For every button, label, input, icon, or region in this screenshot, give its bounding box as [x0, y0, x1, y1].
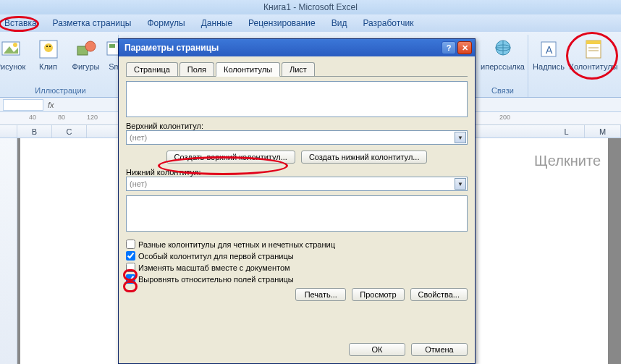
name-box[interactable] — [3, 99, 43, 111]
properties-button[interactable]: Свойства... — [410, 288, 468, 301]
hyperlink-icon — [491, 38, 515, 61]
ribbon-textbox[interactable]: A Надпись — [531, 35, 566, 71]
dialog-titlebar[interactable]: Параметры страницы ? ✕ — [119, 39, 475, 56]
chevron-down-icon[interactable]: ▼ — [455, 178, 466, 190]
tab-formulas[interactable]: Формулы — [147, 18, 185, 28]
checkbox-odd-even[interactable] — [126, 240, 135, 249]
opt-first-label: Особый колонтитул для первой страницы — [138, 252, 294, 261]
svg-point-4 — [44, 43, 53, 52]
ribbon-shapes-label: Фигуры — [72, 62, 100, 71]
header-preview — [126, 81, 468, 117]
tab-view[interactable]: Вид — [331, 18, 347, 28]
svg-rect-17 — [586, 41, 601, 44]
opt-odd-even-label: Разные колонтитулы для четных и нечетных… — [138, 240, 335, 249]
header-hint: Щелкните — [534, 153, 601, 169]
row-headers[interactable] — [0, 138, 17, 364]
col-c[interactable]: C — [52, 125, 87, 137]
ribbon-shapes[interactable]: Фигуры — [69, 35, 104, 71]
ruler-mark: 120 — [87, 114, 98, 121]
dlgtab-headerfooter[interactable]: Колонтитулы — [216, 62, 280, 77]
svg-point-5 — [46, 46, 48, 47]
checkbox-scale[interactable] — [126, 263, 135, 272]
tab-insert[interactable]: Вставка — [4, 18, 37, 28]
svg-text:A: A — [546, 44, 553, 56]
footer-label: Нижний колонтитул: — [126, 168, 468, 177]
footer-combo[interactable]: (нет) ▼ — [126, 177, 468, 191]
chevron-down-icon[interactable]: ▼ — [455, 132, 466, 143]
opt-odd-even[interactable]: Разные колонтитулы для четных и нечетных… — [126, 240, 468, 249]
ruler-mark: 40 — [29, 114, 36, 121]
header-label: Верхний колонтитул: — [126, 122, 468, 130]
header-footer-icon — [582, 38, 605, 61]
svg-point-8 — [85, 41, 96, 51]
create-footer-button[interactable]: Создать нижний колонтитул... — [301, 151, 428, 164]
group-links-label: Связи — [491, 86, 514, 97]
header-combo[interactable]: (нет) ▼ — [126, 130, 468, 145]
select-all[interactable] — [0, 125, 17, 137]
opt-align-label: Выровнять относительно полей страницы — [138, 275, 294, 284]
dlgtab-page[interactable]: Страница — [126, 62, 178, 76]
ribbon-hf-label: Колонтитулы — [570, 62, 618, 71]
fx-icon[interactable]: fx — [48, 101, 54, 109]
help-button[interactable]: ? — [442, 41, 456, 54]
ribbon-hyperlink-label: иперссылка — [481, 62, 525, 71]
col-m[interactable]: M — [585, 125, 621, 137]
svg-rect-10 — [109, 44, 115, 48]
header-combo-value: (нет) — [130, 133, 147, 142]
ribbon-textbox-label: Надпись — [533, 62, 565, 71]
dlgtab-margins[interactable]: Поля — [179, 62, 214, 76]
col-l[interactable]: L — [549, 125, 585, 137]
tab-review[interactable]: Рецензирование — [248, 18, 316, 28]
print-button[interactable]: Печать... — [295, 288, 346, 301]
ribbon-hyperlink[interactable]: иперссылка — [479, 35, 527, 71]
textbox-icon: A — [537, 38, 560, 61]
tab-developer[interactable]: Разработчик — [363, 18, 413, 28]
ribbon-picture-label: Рисунок — [0, 62, 25, 71]
ribbon-clip-label: Клип — [39, 62, 57, 71]
ribbon-picture[interactable]: Рисунок — [0, 35, 28, 71]
dialog-tabs: Страница Поля Колонтитулы Лист — [126, 61, 468, 77]
preview-button[interactable]: Просмотр — [352, 288, 404, 301]
close-button[interactable]: ✕ — [457, 41, 472, 54]
opt-first-page[interactable]: Особый колонтитул для первой страницы — [126, 251, 468, 261]
svg-point-2 — [13, 43, 17, 47]
tab-data[interactable]: Данные — [201, 18, 232, 28]
ruler-mark: 200 — [499, 114, 510, 121]
opt-scale-label: Изменять масштаб вместе с документом — [138, 263, 290, 272]
svg-point-6 — [49, 46, 51, 47]
picture-icon — [0, 38, 22, 61]
ruler-mark: 80 — [58, 114, 65, 121]
create-header-button[interactable]: Создать верхний колонтитул... — [166, 151, 295, 164]
tab-page-layout[interactable]: Разметка страницы — [53, 18, 132, 28]
dialog-title: Параметры страницы — [124, 43, 219, 53]
app-titlebar: Книга1 - Microsoft Excel — [0, 0, 621, 14]
opt-align[interactable]: Выровнять относительно полей страницы — [126, 274, 468, 284]
ok-button[interactable]: ОК — [349, 343, 405, 356]
group-illustrations-label: Иллюстрации — [35, 86, 85, 97]
dlgtab-sheet[interactable]: Лист — [282, 62, 315, 76]
cancel-button[interactable]: Отмена — [411, 343, 468, 356]
clip-icon — [37, 38, 60, 61]
ribbon-tabs: Вставка Разметка страницы Формулы Данные… — [0, 14, 621, 32]
ribbon-header-footer[interactable]: Колонтитулы — [569, 35, 618, 71]
shapes-icon — [75, 38, 98, 61]
footer-combo-value: (нет) — [130, 179, 147, 188]
opt-scale[interactable]: Изменять масштаб вместе с документом — [126, 263, 468, 272]
checkbox-first[interactable] — [126, 251, 135, 261]
col-b[interactable]: B — [17, 125, 52, 137]
page-setup-dialog: Параметры страницы ? ✕ Страница Поля Кол… — [118, 38, 476, 364]
ribbon-clip[interactable]: Клип — [31, 35, 66, 71]
checkbox-align[interactable] — [126, 274, 135, 284]
footer-preview — [126, 195, 468, 232]
